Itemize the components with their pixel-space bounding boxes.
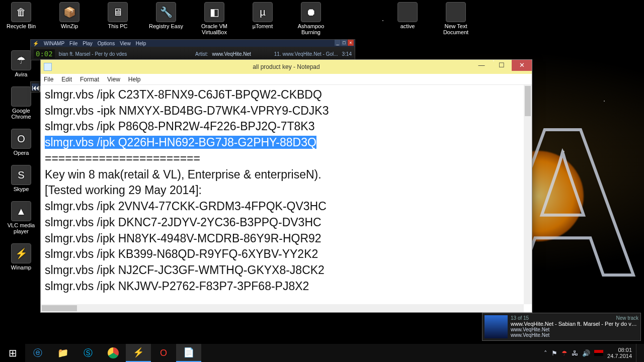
menu-file[interactable]: File <box>44 76 53 83</box>
show-desktop-button[interactable] <box>636 344 640 362</box>
taskbar-ie[interactable]: ⓔ <box>25 344 50 362</box>
winamp-menu-options[interactable]: Options <box>98 41 115 46</box>
skype-icon: Ⓢ <box>84 347 93 359</box>
prev-icon[interactable]: ⏮ <box>32 83 39 90</box>
desktop-icon-new-text-document[interactable]: New Text Document <box>439 2 473 35</box>
recycle-bin-icon: 🗑 <box>11 2 31 22</box>
notepad-menubar: File Edit Format View Help <box>41 74 532 85</box>
system-tray: ˄ ⚑ ☂ 🖧 🔊 08:01 24.7.2014 <box>540 344 644 362</box>
notepad-window[interactable]: all product key - Notepad — ☐ ✕ File Edi… <box>40 59 532 313</box>
menu-format[interactable]: Format <box>80 76 99 83</box>
tray-language-icon[interactable] <box>594 350 603 356</box>
winamp-notification[interactable]: 13 of 15New track www.VeqHite.Net - Sabi… <box>482 313 641 341</box>
winamp-icon: ⚡ <box>133 347 144 358</box>
album-art-icon <box>485 315 508 338</box>
taskbar-winamp[interactable]: ⚡ <box>126 344 151 362</box>
tray-volume-icon[interactable]: 🔊 <box>582 349 590 357</box>
toast-subtitle: www.VeqHite.Net <box>511 327 638 332</box>
opera-icon: O <box>11 129 31 149</box>
winamp-menu: ⚡ WINAMP File Play Options View Help <box>31 40 355 47</box>
desktop-icon-skype[interactable]: SSkype <box>4 165 38 192</box>
winamp-menu-view[interactable]: View <box>120 41 131 46</box>
taskbar-skype[interactable]: Ⓢ <box>75 344 101 362</box>
winamp-minimize-button[interactable]: _ <box>335 40 341 46</box>
scrollbar-thumb[interactable] <box>525 86 531 116</box>
notepad-icon: 📄 <box>183 347 194 358</box>
notepad-icon <box>44 63 52 71</box>
close-button[interactable]: ✕ <box>512 60 532 71</box>
chrome-icon <box>108 347 119 358</box>
desktop-icon-winamp[interactable]: ⚡Winamp <box>4 243 38 270</box>
desktop-icon-virtualbox[interactable]: ◧Oracle VM VirtualBox <box>197 2 231 35</box>
notepad-title: all product key - Notepad <box>253 63 319 70</box>
winamp-logo-icon: ⚡ <box>33 41 39 46</box>
vlc-icon: ▲ <box>11 201 31 221</box>
tray-avira-icon[interactable]: ☂ <box>561 349 568 357</box>
notepad-text-area[interactable]: slmgr.vbs /ipk C23TX-8FNX9-C6J6T-BPQW2-C… <box>41 85 524 304</box>
tray-chevron-up-icon[interactable]: ˄ <box>544 349 547 357</box>
this-pc-icon: 🖥 <box>108 2 128 22</box>
tray-flag-icon[interactable]: ⚑ <box>551 349 557 357</box>
taskbar-opera[interactable]: O <box>151 344 176 362</box>
toast-badge: New track <box>616 315 638 321</box>
desktop-icon-ashampoo[interactable]: ⏺Ashampoo Burning <box>294 2 328 35</box>
desktop-icon-recycle-bin[interactable]: 🗑Recycle Bin <box>4 2 38 35</box>
desktop-icon-vlc[interactable]: ▲VLC media player <box>4 201 38 234</box>
desktop-icon-this-pc[interactable]: 🖥This PC <box>101 2 135 35</box>
opera-icon: O <box>160 348 167 358</box>
menu-help[interactable]: Help <box>128 76 141 83</box>
menu-view[interactable]: View <box>107 76 120 83</box>
winamp-playlist-item[interactable]: 11. www.VeqHite.Net - Gol... <box>274 51 338 57</box>
horizontal-scrollbar[interactable] <box>41 304 524 312</box>
desktop-icon-active[interactable]: active <box>390 2 425 35</box>
taskbar-notepad[interactable]: 📄 <box>176 344 201 362</box>
desktop-icon-opera[interactable]: OOpera <box>4 129 38 156</box>
utorrent-icon: µ <box>253 2 273 22</box>
taskbar-explorer[interactable]: 📁 <box>50 344 75 362</box>
toast-title: www.VeqHite.Net - Sabian ft. Marsel - Pe… <box>511 321 638 327</box>
registry-icon: 🔧 <box>156 2 176 22</box>
ie-icon: ⓔ <box>33 347 42 359</box>
virtualbox-icon: ◧ <box>204 2 224 22</box>
winamp-menu-winamp[interactable]: WINAMP <box>44 41 64 46</box>
text-file-icon <box>397 2 418 22</box>
chrome-icon <box>11 86 31 107</box>
avira-icon: ☂ <box>11 50 31 70</box>
text-file-icon <box>446 2 466 22</box>
toast-counter: 13 of 15 <box>511 315 529 321</box>
winamp-maximize-button[interactable]: □ <box>341 40 347 46</box>
desktop-icon-utorrent[interactable]: µµTorrent <box>246 2 280 35</box>
taskbar-chrome[interactable] <box>101 344 126 362</box>
winamp-window[interactable]: ⚡ WINAMP File Play Options View Help 0:0… <box>30 39 355 60</box>
ashampoo-icon: ⏺ <box>301 2 321 22</box>
winzip-icon: 📦 <box>59 2 79 22</box>
winamp-now-playing: bian ft. Marsel - Per ty do vdes <box>59 51 191 57</box>
notepad-titlebar[interactable]: all product key - Notepad — ☐ ✕ <box>41 60 532 74</box>
taskbar: ⊞ ⓔ 📁 Ⓢ ⚡ O 📄 ˄ ⚑ ☂ 🖧 🔊 08:01 24.7.2014 <box>0 344 644 362</box>
winamp-menu-help[interactable]: Help <box>136 41 146 46</box>
winamp-menu-play[interactable]: Play <box>83 41 92 46</box>
desktop-icon-winzip[interactable]: 📦WinZip <box>52 2 87 35</box>
desktop-icon-registry-easy[interactable]: 🔧Registry Easy <box>149 2 183 35</box>
winamp-menu-file[interactable]: File <box>69 41 77 46</box>
maximize-button[interactable]: ☐ <box>492 60 512 71</box>
minimize-button[interactable]: — <box>471 60 492 71</box>
vertical-scrollbar[interactable] <box>524 85 532 304</box>
desktop: 🗑Recycle Bin 📦WinZip 🖥This PC 🔧Registry … <box>4 2 473 35</box>
toast-subtitle2: www.VeqHite.Net <box>511 332 638 338</box>
folder-icon: 📁 <box>57 347 68 358</box>
tray-clock[interactable]: 08:01 24.7.2014 <box>607 347 632 359</box>
winamp-time: 0:02 <box>34 49 55 58</box>
start-button[interactable]: ⊞ <box>0 344 25 362</box>
skype-icon: S <box>11 165 31 185</box>
winamp-close-button[interactable]: × <box>348 40 354 46</box>
scrollbar-thumb[interactable] <box>42 305 77 311</box>
menu-edit[interactable]: Edit <box>61 76 72 83</box>
winamp-icon: ⚡ <box>11 243 31 263</box>
tray-network-icon[interactable]: 🖧 <box>572 349 578 357</box>
